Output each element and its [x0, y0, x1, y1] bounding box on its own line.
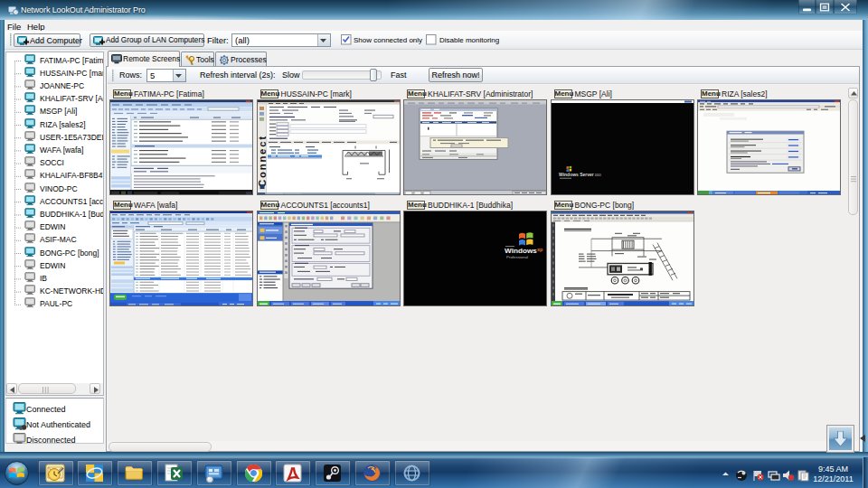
svg-text:Connect: Connect: [258, 135, 268, 187]
svg-text:Professional: Professional: [506, 255, 528, 259]
svg-text:Windows Server 2003: Windows Server 2003: [559, 173, 601, 177]
